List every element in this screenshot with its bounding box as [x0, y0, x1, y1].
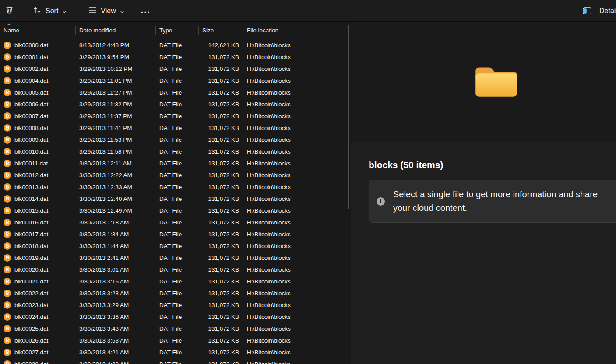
file-name: blk00008.dat [14, 125, 48, 131]
file-location: H:\Bitcoin\blocks [243, 101, 346, 108]
info-circle-icon: i [377, 197, 385, 206]
bitcoin-coin-icon: B [4, 172, 11, 179]
column-header-file-location[interactable]: File location [243, 22, 346, 39]
file-type: DAT File [156, 207, 199, 214]
column-header-name[interactable]: Name [0, 22, 76, 39]
file-name-cell: B blk00009.dat [0, 136, 76, 144]
file-row[interactable]: B blk00022.dat 3/30/2013 3:23 AM DAT Fil… [0, 287, 346, 299]
file-row[interactable]: B blk00028.dat 3/30/2013 4:28 AM DAT Fil… [0, 358, 346, 364]
file-name: blk00002.dat [14, 66, 48, 72]
file-row[interactable]: B blk00023.dat 3/30/2013 3:29 AM DAT Fil… [0, 299, 346, 311]
file-location: H:\Bitcoin\blocks [243, 266, 346, 273]
file-type: DAT File [156, 113, 199, 119]
view-button[interactable]: View [84, 3, 128, 19]
file-row[interactable]: B blk00024.dat 3/30/2013 3:36 AM DAT Fil… [0, 311, 346, 323]
file-name-cell: B blk00016.dat [0, 219, 76, 226]
file-date-modified: 3/30/2013 4:28 AM [76, 361, 156, 364]
file-row[interactable]: B blk00010.dat 3/29/2013 11:58 PM DAT Fi… [0, 146, 346, 158]
bitcoin-coin-icon: B [4, 195, 11, 203]
file-size: 131,072 KB [199, 266, 243, 273]
file-row[interactable]: B blk00011.dat 3/30/2013 12:11 AM DAT Fi… [0, 158, 346, 169]
bitcoin-coin-icon: B [4, 65, 11, 73]
file-date-modified: 3/30/2013 3:53 AM [76, 337, 156, 344]
view-button-label: View [101, 7, 116, 15]
file-row[interactable]: B blk00020.dat 3/30/2013 3:01 AM DAT Fil… [0, 264, 346, 276]
column-header-type[interactable]: Type [156, 22, 199, 39]
column-header-size[interactable]: Size [199, 22, 243, 39]
file-row[interactable]: B blk00021.dat 3/30/2013 3:16 AM DAT Fil… [0, 276, 346, 287]
folder-preview [351, 22, 616, 142]
file-row[interactable]: B blk00015.dat 3/30/2013 12:49 AM DAT Fi… [0, 205, 346, 217]
vertical-scrollbar[interactable] [346, 22, 351, 364]
file-row[interactable]: B blk00025.dat 3/30/2013 3:43 AM DAT Fil… [0, 323, 346, 335]
file-row[interactable]: B blk00014.dat 3/30/2013 12:40 AM DAT Fi… [0, 193, 346, 205]
file-size: 131,072 KB [199, 314, 243, 320]
column-header-label: File location [247, 27, 278, 34]
file-row[interactable]: B blk00006.dat 3/29/2013 11:32 PM DAT Fi… [0, 98, 346, 110]
details-title: blocks (50 items) [369, 159, 616, 171]
file-type: DAT File [156, 349, 199, 356]
folder-icon [461, 63, 507, 101]
list-lines-icon [88, 7, 97, 15]
file-row[interactable]: B blk00002.dat 3/29/2013 10:12 PM DAT Fi… [0, 63, 346, 75]
file-explorer-window: Sort View [0, 0, 616, 364]
file-row[interactable]: B blk00017.dat 3/30/2013 1:34 AM DAT Fil… [0, 228, 346, 240]
file-date-modified: 3/29/2013 11:27 PM [76, 89, 156, 96]
file-size: 131,072 KB [199, 243, 243, 249]
file-row[interactable]: B blk00005.dat 3/29/2013 11:27 PM DAT Fi… [0, 87, 346, 98]
trash-icon [5, 6, 14, 16]
file-date-modified: 3/30/2013 12:49 AM [76, 207, 156, 214]
file-location: H:\Bitcoin\blocks [243, 42, 346, 49]
details-pane: blocks (50 items) i Select a single file… [351, 22, 616, 364]
file-name-cell: B blk00008.dat [0, 124, 76, 132]
file-name: blk00026.dat [14, 337, 48, 344]
file-row[interactable]: B blk00008.dat 3/29/2013 11:41 PM DAT Fi… [0, 122, 346, 134]
file-row[interactable]: B blk00007.dat 3/29/2013 11:37 PM DAT Fi… [0, 110, 346, 122]
toolbar: Sort View [0, 0, 616, 22]
file-name-cell: B blk00001.dat [0, 53, 76, 61]
file-location: H:\Bitcoin\blocks [243, 113, 346, 119]
column-header-label: Name [4, 27, 19, 34]
file-size: 131,072 KB [199, 255, 243, 261]
bitcoin-coin-icon: B [4, 77, 11, 84]
scrollbar-thumb[interactable] [348, 25, 349, 209]
file-row[interactable]: B blk00012.dat 3/30/2013 12:22 AM DAT Fi… [0, 169, 346, 181]
file-row[interactable]: B blk00001.dat 3/29/2013 9:54 PM DAT Fil… [0, 51, 346, 63]
bitcoin-coin-icon: B [4, 136, 11, 144]
file-row[interactable]: B blk00004.dat 3/29/2013 11:01 PM DAT Fi… [0, 75, 346, 87]
details-toggle-button[interactable]: Details [583, 4, 616, 18]
file-name-cell: B blk00007.dat [0, 112, 76, 120]
file-location: H:\Bitcoin\blocks [243, 89, 346, 96]
file-size: 131,072 KB [199, 113, 243, 119]
more-options-button[interactable] [139, 4, 151, 18]
file-name: blk00024.dat [14, 314, 48, 320]
file-date-modified: 3/29/2013 10:12 PM [76, 66, 156, 72]
file-name: blk00015.dat [14, 207, 48, 214]
file-name: blk00022.dat [14, 290, 48, 297]
file-row[interactable]: B blk00018.dat 3/30/2013 1:44 AM DAT Fil… [0, 240, 346, 252]
sort-button[interactable]: Sort [28, 3, 71, 19]
file-row[interactable]: B blk00009.dat 3/29/2013 11:53 PM DAT Fi… [0, 134, 346, 146]
file-row[interactable]: B blk00000.dat 8/13/2012 4:48 PM DAT Fil… [0, 39, 346, 51]
file-date-modified: 3/30/2013 3:23 AM [76, 290, 156, 297]
delete-button[interactable] [4, 2, 15, 19]
ellipsis-icon [141, 7, 150, 15]
column-header-date-modified[interactable]: Date modified [76, 22, 156, 39]
file-row[interactable]: B blk00026.dat 3/30/2013 3:53 AM DAT Fil… [0, 335, 346, 346]
file-row[interactable]: B blk00016.dat 3/30/2013 1:18 AM DAT Fil… [0, 217, 346, 228]
file-location: H:\Bitcoin\blocks [243, 172, 346, 178]
file-name-cell: B blk00000.dat [0, 42, 76, 49]
file-date-modified: 3/30/2013 12:22 AM [76, 172, 156, 178]
file-row[interactable]: B blk00027.dat 3/30/2013 4:21 AM DAT Fil… [0, 346, 346, 358]
file-row[interactable]: B blk00013.dat 3/30/2013 12:33 AM DAT Fi… [0, 181, 346, 193]
file-name: blk00020.dat [14, 266, 48, 273]
file-row[interactable]: B blk00019.dat 3/30/2013 2:41 AM DAT Fil… [0, 252, 346, 264]
column-header-label: Date modified [79, 27, 116, 34]
file-size: 131,072 KB [199, 196, 243, 202]
file-date-modified: 3/30/2013 2:41 AM [76, 255, 156, 261]
file-size: 131,072 KB [199, 219, 243, 226]
file-type: DAT File [156, 243, 199, 249]
file-size: 131,072 KB [199, 290, 243, 297]
file-name: blk00007.dat [14, 113, 48, 119]
details-toggle-label: Details [599, 7, 616, 15]
